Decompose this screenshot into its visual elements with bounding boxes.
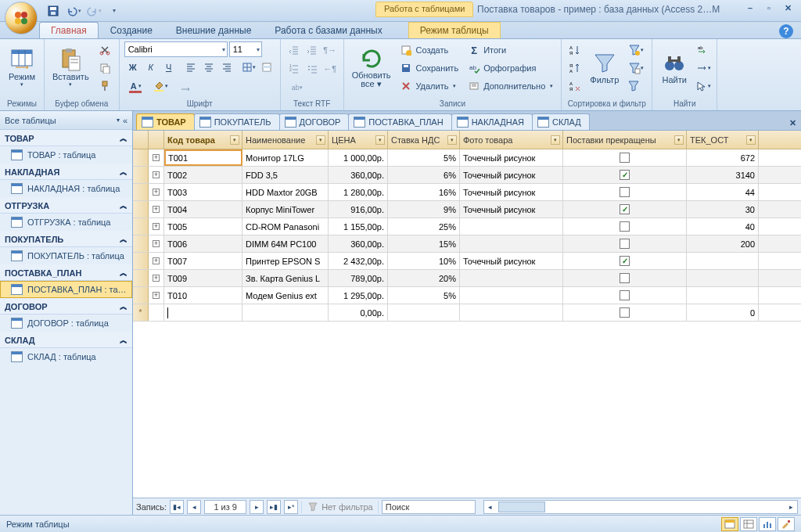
italic-button[interactable]: К [142, 59, 160, 76]
clear-sort-button[interactable]: АЯ [566, 77, 584, 95]
advanced-filter-button[interactable]: ▾ [625, 59, 647, 77]
increase-indent-button[interactable] [304, 41, 321, 59]
doc-tab[interactable]: ТОВАР [136, 113, 195, 130]
record-position[interactable]: 1 из 9 [204, 500, 246, 514]
expand-icon[interactable]: + [153, 171, 160, 178]
prev-record-button[interactable]: ◂ [187, 500, 201, 514]
checkbox[interactable] [620, 153, 630, 163]
help-icon[interactable]: ? [779, 24, 793, 38]
col-vat[interactable]: Ставка НДС▾ [388, 131, 460, 149]
totals-button[interactable]: ΣИтоги [465, 41, 556, 59]
cut-button[interactable] [95, 41, 114, 59]
paste-button[interactable]: Вставить ▾ [49, 41, 92, 93]
doc-tab[interactable]: ДОГОВОР [279, 113, 350, 130]
font-color-button[interactable]: А▾ [124, 77, 148, 95]
next-record-button[interactable]: ▸ [250, 500, 264, 514]
last-record-button[interactable]: ▸▮ [267, 500, 281, 514]
minimize-icon[interactable]: – [743, 3, 757, 17]
tab-datasheet[interactable]: Режим таблицы [408, 22, 501, 38]
col-price[interactable]: ЦЕНА▾ [329, 131, 388, 149]
table-row[interactable]: +Т004Корпус MiniTower916,00р.9%Точечный … [133, 201, 801, 218]
doc-tab[interactable]: НАКЛАДНАЯ [451, 113, 533, 130]
selection-filter-button[interactable]: ▾ [625, 41, 647, 59]
checkbox[interactable]: ✓ [620, 204, 630, 214]
replace-button[interactable]: ab [695, 41, 712, 59]
office-button[interactable] [5, 2, 38, 34]
search-box[interactable]: Поиск [382, 500, 476, 514]
new-record-button[interactable]: Создать [397, 41, 462, 59]
pivot-chart-view-btn[interactable] [759, 517, 776, 531]
pivot-table-view-btn[interactable] [740, 517, 757, 531]
checkbox[interactable] [620, 290, 630, 300]
filter-indicator[interactable]: Нет фильтра [301, 501, 379, 513]
close-icon[interactable]: ✕ [781, 3, 795, 17]
navpane-collapse-icon[interactable]: « [123, 116, 128, 125]
select-all-corner[interactable] [133, 131, 149, 149]
expand-icon[interactable]: + [153, 240, 160, 247]
filter-button[interactable]: Фильтр [587, 41, 622, 93]
delete-record-button[interactable]: Удалить▾ [397, 77, 462, 95]
align-right-button[interactable] [218, 59, 235, 76]
nav-item[interactable]: ДОГОВОР : таблица [0, 315, 132, 332]
font-size-combo[interactable]: 11▾ [229, 41, 262, 57]
col-name[interactable]: Наименование▾ [242, 131, 329, 149]
table-row[interactable]: +Т002FDD 3,5360,00р.6%Точечный рисунок✓3… [133, 167, 801, 184]
toggle-filter-button[interactable] [625, 77, 642, 95]
expand-icon[interactable]: + [153, 223, 160, 230]
decrease-indent-button[interactable] [286, 41, 303, 59]
underline-button[interactable]: Ч [160, 59, 178, 76]
table-row[interactable]: +Т009Зв. Карта Genius L789,00р.20% [133, 270, 801, 287]
tab-home[interactable]: Главная [39, 22, 99, 38]
table-row[interactable]: +Т006DIMM 64M PC100360,00р.15%200 [133, 235, 801, 253]
nav-item[interactable]: НАКЛАДНАЯ : таблица [0, 180, 132, 197]
redo-icon[interactable]: ▾ [84, 2, 103, 20]
close-tab-icon[interactable]: ✕ [785, 117, 801, 130]
nav-group-header[interactable]: ТОВАР︽ [0, 130, 132, 146]
font-family-combo[interactable]: Calibri▾ [124, 41, 228, 57]
datasheet-view-btn[interactable] [721, 517, 738, 531]
expand-icon[interactable]: + [153, 275, 160, 282]
horizontal-scrollbar[interactable]: ◂▸ [483, 500, 798, 514]
new-row[interactable]: *0,00р.0 [133, 304, 801, 322]
expand-icon[interactable]: + [153, 206, 160, 213]
expand-icon[interactable]: + [153, 189, 160, 196]
nav-group-header[interactable]: ПОСТАВКА_ПЛАН︽ [0, 264, 132, 281]
nav-group-header[interactable]: ДОГОВОР︽ [0, 298, 132, 315]
fill-color-button[interactable]: ▾ [149, 77, 172, 95]
align-center-button[interactable] [200, 59, 217, 76]
copy-button[interactable] [95, 59, 114, 77]
tab-external[interactable]: Внешние данные [164, 22, 264, 38]
table-row[interactable]: +Т003HDD Maxtor 20GB1 280,00р.16%Точечны… [133, 184, 801, 201]
text-direction-button[interactable] [177, 77, 194, 95]
tab-create[interactable]: Создание [99, 22, 164, 38]
nav-item[interactable]: ОТГРУЗКА : таблица [0, 214, 132, 231]
more-button[interactable]: Дополнительно▾ [465, 77, 556, 95]
sort-asc-button[interactable]: АЯ [566, 41, 584, 59]
expand-icon[interactable]: + [153, 154, 160, 161]
navpane-header[interactable]: Все таблицы ▾ « [0, 111, 132, 130]
table-row[interactable]: +Т005CD-ROM Panasoni1 155,00р.25%40 [133, 218, 801, 235]
refresh-all-button[interactable]: Обновитьвсе ▾ [349, 41, 394, 93]
rtl-button[interactable]: ←¶ [321, 60, 339, 77]
nav-group-header[interactable]: ПОКУПАТЕЛЬ︽ [0, 231, 132, 247]
checkbox[interactable] [620, 187, 630, 197]
qat-customize-icon[interactable]: ▾ [105, 2, 124, 20]
nav-group-header[interactable]: СКЛАД︽ [0, 332, 132, 348]
save-record-button[interactable]: Сохранить [397, 59, 462, 77]
gridlines-button[interactable]: ▾ [240, 59, 257, 76]
doc-tab[interactable]: ПОКУПАТЕЛЬ [194, 113, 280, 130]
col-stopped[interactable]: Поставки прекращены▾ [563, 131, 687, 149]
nav-item[interactable]: ТОВАР : таблица [0, 146, 132, 164]
find-button[interactable]: Найти [657, 41, 691, 93]
checkbox[interactable]: ✓ [620, 170, 630, 180]
checkbox[interactable] [620, 239, 630, 249]
nav-item[interactable]: ПОКУПАТЕЛЬ : таблица [0, 247, 132, 264]
checkbox[interactable] [620, 221, 630, 232]
bullet-list-button[interactable] [304, 60, 321, 77]
tab-dbtools[interactable]: Работа с базами данных [263, 22, 393, 38]
restore-icon[interactable]: ▫ [762, 3, 776, 17]
highlight-button[interactable]: ab▾ [286, 79, 309, 96]
design-view-btn[interactable] [778, 517, 795, 531]
table-row[interactable]: +Т001Монитор 17LG1 000,00р.5%Точечный ри… [133, 149, 801, 167]
numbered-list-button[interactable]: 12 [286, 60, 303, 77]
